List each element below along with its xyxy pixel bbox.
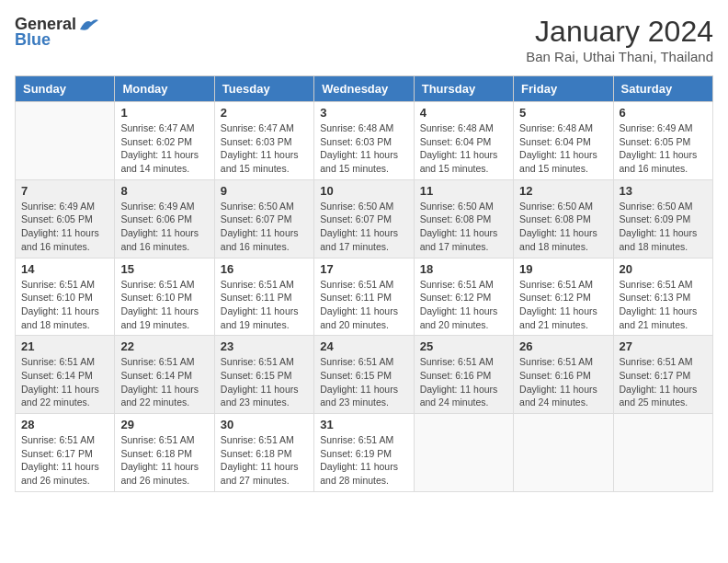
day-detail: Sunrise: 6:51 AMSunset: 6:12 PMDaylight:… (420, 278, 507, 332)
calendar-cell: 26Sunrise: 6:51 AMSunset: 6:16 PMDayligh… (514, 336, 613, 414)
calendar-cell: 1Sunrise: 6:47 AMSunset: 6:02 PMDaylight… (115, 102, 214, 180)
day-number: 5 (519, 106, 607, 120)
day-number: 22 (120, 339, 208, 353)
day-header-thursday: Thursday (414, 76, 513, 102)
day-header-saturday: Saturday (613, 76, 712, 102)
day-detail: Sunrise: 6:48 AMSunset: 6:03 PMDaylight:… (320, 121, 407, 176)
calendar-subtitle: Ban Rai, Uthai Thani, Thailand (526, 49, 713, 64)
logo-blue: Blue (15, 30, 51, 50)
day-detail: Sunrise: 6:51 AMSunset: 6:15 PMDaylight:… (221, 355, 308, 409)
day-number: 25 (420, 339, 507, 353)
day-number: 9 (221, 184, 308, 198)
day-detail: Sunrise: 6:51 AMSunset: 6:10 PMDaylight:… (21, 278, 108, 332)
calendar-cell: 7Sunrise: 6:49 AMSunset: 6:05 PMDaylight… (16, 179, 115, 258)
day-number: 10 (320, 184, 407, 198)
day-number: 26 (519, 339, 607, 353)
title-section: January 2024 Ban Rai, Uthai Thani, Thail… (526, 15, 713, 64)
logo-bird-icon (78, 17, 98, 33)
calendar-cell: 19Sunrise: 6:51 AMSunset: 6:12 PMDayligh… (514, 258, 613, 336)
day-detail: Sunrise: 6:51 AMSunset: 6:14 PMDaylight:… (21, 355, 108, 409)
day-detail: Sunrise: 6:50 AMSunset: 6:07 PMDaylight:… (221, 200, 308, 254)
day-detail: Sunrise: 6:51 AMSunset: 6:10 PMDaylight:… (120, 278, 208, 332)
calendar-cell: 12Sunrise: 6:50 AMSunset: 6:08 PMDayligh… (514, 179, 613, 258)
day-detail: Sunrise: 6:51 AMSunset: 6:16 PMDaylight:… (420, 355, 507, 409)
week-row-3: 14Sunrise: 6:51 AMSunset: 6:10 PMDayligh… (16, 258, 713, 336)
header: General Blue January 2024 Ban Rai, Uthai… (15, 15, 713, 64)
day-detail: Sunrise: 6:47 AMSunset: 6:03 PMDaylight:… (221, 121, 308, 176)
calendar-cell: 25Sunrise: 6:51 AMSunset: 6:16 PMDayligh… (414, 336, 513, 414)
calendar-cell: 22Sunrise: 6:51 AMSunset: 6:14 PMDayligh… (115, 336, 214, 414)
day-header-monday: Monday (115, 76, 214, 102)
calendar-cell: 21Sunrise: 6:51 AMSunset: 6:14 PMDayligh… (16, 336, 115, 414)
day-detail: Sunrise: 6:51 AMSunset: 6:14 PMDaylight:… (120, 355, 208, 409)
day-number: 1 (120, 106, 208, 120)
day-number: 2 (221, 106, 308, 120)
header-row: SundayMondayTuesdayWednesdayThursdayFrid… (16, 76, 713, 102)
day-detail: Sunrise: 6:50 AMSunset: 6:09 PMDaylight:… (620, 200, 707, 254)
week-row-2: 7Sunrise: 6:49 AMSunset: 6:05 PMDaylight… (16, 179, 713, 258)
day-detail: Sunrise: 6:51 AMSunset: 6:13 PMDaylight:… (620, 278, 707, 332)
calendar-cell: 9Sunrise: 6:50 AMSunset: 6:07 PMDaylight… (214, 179, 313, 258)
calendar-cell (514, 414, 613, 492)
day-number: 31 (320, 418, 407, 431)
day-number: 15 (120, 262, 208, 276)
day-number: 8 (120, 184, 208, 198)
day-detail: Sunrise: 6:50 AMSunset: 6:08 PMDaylight:… (519, 200, 607, 254)
calendar-table: SundayMondayTuesdayWednesdayThursdayFrid… (15, 75, 713, 492)
calendar-cell: 3Sunrise: 6:48 AMSunset: 6:03 PMDaylight… (314, 102, 414, 180)
day-number: 28 (21, 418, 108, 431)
calendar-cell: 28Sunrise: 6:51 AMSunset: 6:17 PMDayligh… (16, 414, 115, 492)
day-detail: Sunrise: 6:50 AMSunset: 6:08 PMDaylight:… (420, 200, 507, 254)
day-number: 3 (320, 106, 407, 120)
calendar-cell: 31Sunrise: 6:51 AMSunset: 6:19 PMDayligh… (314, 414, 414, 492)
calendar-cell: 24Sunrise: 6:51 AMSunset: 6:15 PMDayligh… (314, 336, 414, 414)
day-detail: Sunrise: 6:49 AMSunset: 6:05 PMDaylight:… (21, 200, 108, 254)
calendar-cell: 8Sunrise: 6:49 AMSunset: 6:06 PMDaylight… (115, 179, 214, 258)
calendar-title: January 2024 (526, 15, 713, 49)
calendar-cell: 6Sunrise: 6:49 AMSunset: 6:05 PMDaylight… (613, 102, 712, 180)
day-detail: Sunrise: 6:47 AMSunset: 6:02 PMDaylight:… (120, 121, 208, 176)
day-number: 24 (320, 339, 407, 353)
day-number: 13 (620, 184, 707, 198)
day-number: 14 (21, 262, 108, 276)
day-detail: Sunrise: 6:50 AMSunset: 6:07 PMDaylight:… (320, 200, 407, 254)
calendar-cell: 30Sunrise: 6:51 AMSunset: 6:18 PMDayligh… (214, 414, 313, 492)
day-number: 29 (120, 418, 208, 431)
calendar-cell: 14Sunrise: 6:51 AMSunset: 6:10 PMDayligh… (16, 258, 115, 336)
calendar-cell (414, 414, 513, 492)
day-number: 19 (519, 262, 607, 276)
day-detail: Sunrise: 6:51 AMSunset: 6:16 PMDaylight:… (519, 355, 607, 409)
day-number: 23 (221, 339, 308, 353)
day-detail: Sunrise: 6:51 AMSunset: 6:17 PMDaylight:… (620, 355, 707, 409)
calendar-cell: 11Sunrise: 6:50 AMSunset: 6:08 PMDayligh… (414, 179, 513, 258)
day-number: 18 (420, 262, 507, 276)
day-detail: Sunrise: 6:51 AMSunset: 6:15 PMDaylight:… (320, 355, 407, 409)
day-number: 4 (420, 106, 507, 120)
calendar-cell (16, 102, 115, 180)
day-detail: Sunrise: 6:51 AMSunset: 6:19 PMDaylight:… (320, 433, 407, 488)
calendar-cell: 4Sunrise: 6:48 AMSunset: 6:04 PMDaylight… (414, 102, 513, 180)
calendar-cell: 15Sunrise: 6:51 AMSunset: 6:10 PMDayligh… (115, 258, 214, 336)
day-detail: Sunrise: 6:51 AMSunset: 6:17 PMDaylight:… (21, 433, 108, 488)
week-row-4: 21Sunrise: 6:51 AMSunset: 6:14 PMDayligh… (16, 336, 713, 414)
day-number: 20 (620, 262, 707, 276)
day-number: 27 (620, 339, 707, 353)
day-number: 30 (221, 418, 308, 431)
day-detail: Sunrise: 6:51 AMSunset: 6:18 PMDaylight:… (221, 433, 308, 488)
logo: General Blue (15, 15, 98, 50)
day-header-tuesday: Tuesday (214, 76, 313, 102)
calendar-cell: 18Sunrise: 6:51 AMSunset: 6:12 PMDayligh… (414, 258, 513, 336)
calendar-cell: 10Sunrise: 6:50 AMSunset: 6:07 PMDayligh… (314, 179, 414, 258)
day-detail: Sunrise: 6:49 AMSunset: 6:06 PMDaylight:… (120, 200, 208, 254)
calendar-cell: 27Sunrise: 6:51 AMSunset: 6:17 PMDayligh… (613, 336, 712, 414)
calendar-cell: 2Sunrise: 6:47 AMSunset: 6:03 PMDaylight… (214, 102, 313, 180)
calendar-cell: 17Sunrise: 6:51 AMSunset: 6:11 PMDayligh… (314, 258, 414, 336)
day-detail: Sunrise: 6:51 AMSunset: 6:11 PMDaylight:… (320, 278, 407, 332)
calendar-cell: 20Sunrise: 6:51 AMSunset: 6:13 PMDayligh… (613, 258, 712, 336)
day-number: 16 (221, 262, 308, 276)
calendar-cell: 13Sunrise: 6:50 AMSunset: 6:09 PMDayligh… (613, 179, 712, 258)
week-row-1: 1Sunrise: 6:47 AMSunset: 6:02 PMDaylight… (16, 102, 713, 180)
day-header-sunday: Sunday (16, 76, 115, 102)
calendar-cell (613, 414, 712, 492)
day-detail: Sunrise: 6:48 AMSunset: 6:04 PMDaylight:… (519, 121, 607, 176)
